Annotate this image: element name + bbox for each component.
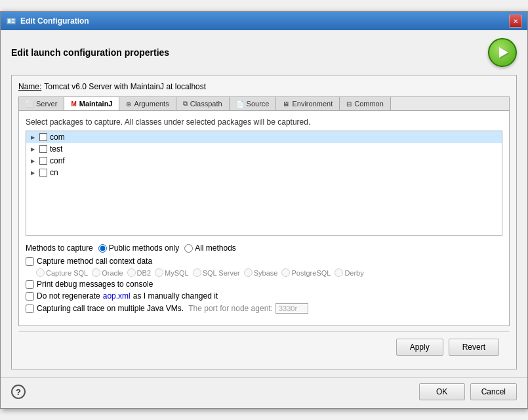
app-icon [6, 16, 16, 26]
checkbox-no-regen-label: Do not regenerate [37, 291, 100, 301]
checkbox-print-debug[interactable]: Print debug messages to console [26, 280, 502, 289]
checkbox-no-regen[interactable]: Do not regenerate aop.xml as I manually … [26, 291, 502, 301]
list-item[interactable]: ▶ com [26, 131, 502, 143]
content-area: Edit launch configuration properties Nam… [1, 30, 527, 377]
db-label-sybase: Sybase [254, 269, 278, 277]
radio-public-methods[interactable]: Public methods only [98, 243, 179, 253]
revert-button[interactable]: Revert [449, 339, 499, 356]
ok-button[interactable]: OK [419, 383, 465, 400]
aop-link[interactable]: aop.xml [103, 291, 131, 301]
checkbox-capture-context-label: Capture method call context data [37, 257, 152, 266]
maintainj-tab-label: MaintainJ [79, 100, 113, 108]
db-option-derby[interactable]: Derby [335, 268, 363, 277]
radio-all-input[interactable] [184, 244, 193, 253]
pkg-name-cn: cn [50, 168, 58, 177]
source-tab-label: Source [247, 100, 270, 108]
methods-row: Methods to capture Public methods only A… [26, 243, 502, 253]
arguments-tab-icon: ⊛ [126, 100, 131, 108]
checkbox-no-regen-suffix: as I manually changed it [133, 291, 218, 301]
pkg-name-conf: conf [50, 156, 65, 165]
apply-button[interactable]: Apply [396, 339, 443, 356]
pkg-name-test: test [50, 144, 62, 154]
db-options-row: Capture SQL Oracle DB2 [36, 268, 502, 277]
page-title: Edit launch configuration properties [11, 47, 169, 58]
svg-rect-2 [12, 19, 14, 20]
pkg-checkbox-cn[interactable] [39, 169, 47, 177]
packages-list[interactable]: ▶ com ▶ test ▶ conf [26, 131, 502, 236]
expand-arrow-icon: ▶ [29, 169, 37, 177]
db-option-sybase[interactable]: Sybase [244, 268, 278, 277]
checkbox-call-trace[interactable]: Capturing call trace on multiple Java VM… [26, 303, 502, 314]
db-option-postgresql[interactable]: PostgreSQL [281, 268, 331, 277]
checkbox-capture-context[interactable]: Capture method call context data [26, 257, 502, 266]
checkbox-capture-context-input[interactable] [26, 257, 34, 266]
close-button[interactable]: ✕ [509, 14, 522, 28]
name-value: Tomcat v6.0 Server with MaintainJ at loc… [44, 82, 206, 91]
db-option-sqlserver[interactable]: SQL Server [193, 268, 240, 277]
source-tab-icon: 📄 [236, 100, 244, 108]
expand-arrow-icon: ▶ [29, 145, 37, 153]
arguments-tab-label: Arguments [134, 100, 169, 108]
pkg-name-com: com [50, 133, 65, 142]
radio-public-label: Public methods only [109, 243, 179, 253]
name-label: Name: [18, 82, 41, 91]
help-button[interactable]: ? [11, 385, 26, 399]
checkbox-print-debug-label: Print debug messages to console [37, 280, 153, 289]
tab-environment[interactable]: 🖥 Environment [276, 97, 340, 110]
pkg-checkbox-test[interactable] [39, 145, 47, 153]
db-radio-mysql[interactable] [155, 268, 163, 277]
db-radio-derby[interactable] [335, 268, 343, 277]
play-button[interactable] [488, 38, 517, 67]
tab-source[interactable]: 📄 Source [230, 97, 277, 110]
db-radio-sql[interactable] [36, 268, 45, 277]
maintainj-tab-icon: M [71, 100, 76, 108]
title-bar: Edit Configuration ✕ [1, 12, 527, 30]
checkbox-print-debug-input[interactable] [26, 280, 34, 289]
db-option-db2[interactable]: DB2 [127, 268, 151, 277]
list-item[interactable]: ▶ conf [26, 155, 502, 167]
db-radio-sybase[interactable] [244, 268, 253, 277]
db-label-sqlserver: SQL Server [203, 269, 240, 277]
db-label-postgresql: PostgreSQL [291, 269, 331, 277]
pkg-checkbox-com[interactable] [39, 133, 47, 141]
title-bar-left: Edit Configuration [6, 16, 89, 26]
tab-classpath[interactable]: ⧉ Classpath [176, 97, 230, 110]
radio-all-methods[interactable]: All methods [184, 243, 236, 253]
checkbox-call-trace-input[interactable] [26, 304, 34, 313]
main-panel: Name: Tomcat v6.0 Server with MaintainJ … [11, 75, 517, 369]
cancel-button[interactable]: Cancel [470, 383, 517, 400]
db-radio-db2[interactable] [127, 268, 136, 277]
radio-public-input[interactable] [98, 244, 107, 253]
db-label-derby: Derby [344, 269, 363, 277]
apply-revert-row: Apply Revert [18, 331, 510, 362]
pkg-checkbox-conf[interactable] [39, 157, 47, 165]
footer-buttons: OK Cancel [419, 383, 517, 400]
db-label-mysql: MySQL [165, 269, 189, 277]
tab-common[interactable]: ⊟ Common [340, 97, 391, 110]
tab-maintainj[interactable]: M MaintainJ [64, 97, 119, 111]
svg-rect-3 [12, 22, 14, 23]
tab-arguments[interactable]: ⊛ Arguments [119, 97, 176, 110]
db-option-sql[interactable]: Capture SQL [36, 268, 88, 277]
db-label-db2: DB2 [137, 269, 151, 277]
db-radio-sqlserver[interactable] [193, 268, 201, 277]
list-item[interactable]: ▶ test [26, 143, 502, 155]
expand-arrow-icon: ▶ [29, 157, 37, 165]
common-tab-label: Common [354, 100, 384, 108]
db-radio-postgresql[interactable] [281, 268, 290, 277]
main-window: Edit Configuration ✕ Edit launch configu… [0, 11, 528, 409]
tabs-container: ⬜ Server M MaintainJ ⊛ Arguments ⧉ Class… [18, 96, 510, 326]
environment-tab-icon: 🖥 [283, 100, 289, 108]
db-radio-oracle[interactable] [92, 268, 100, 277]
checkbox-no-regen-input[interactable] [26, 292, 34, 301]
tab-server[interactable]: ⬜ Server [19, 97, 64, 110]
list-item[interactable]: ▶ cn [26, 167, 502, 178]
port-input[interactable] [275, 303, 308, 314]
server-tab-label: Server [36, 100, 57, 108]
name-row: Name: Tomcat v6.0 Server with MaintainJ … [18, 82, 510, 91]
db-option-oracle[interactable]: Oracle [92, 268, 123, 277]
play-icon [499, 47, 508, 58]
db-option-mysql[interactable]: MySQL [155, 268, 189, 277]
tabs-row: ⬜ Server M MaintainJ ⊛ Arguments ⧉ Class… [19, 97, 509, 111]
methods-label: Methods to capture [26, 243, 93, 253]
